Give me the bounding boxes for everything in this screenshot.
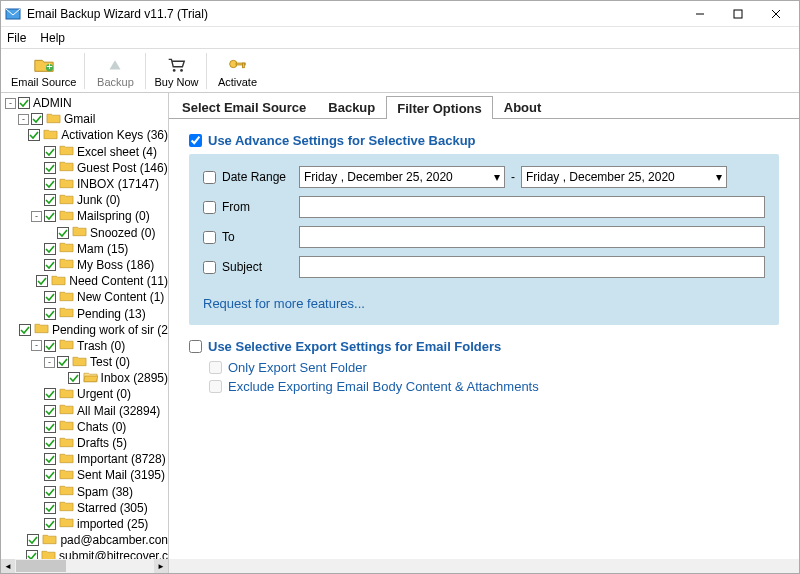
collapse-icon[interactable]: - xyxy=(44,357,55,368)
tree-checkbox[interactable] xyxy=(44,146,56,158)
tree-item[interactable]: pad@abcamber.con xyxy=(1,532,168,548)
collapse-icon[interactable]: - xyxy=(18,114,29,125)
tab-backup[interactable]: Backup xyxy=(317,95,386,118)
tree-item[interactable]: Snoozed (0) xyxy=(1,225,168,241)
exclude-body-label[interactable]: Exclude Exporting Email Body Content & A… xyxy=(228,379,539,394)
tree-checkbox[interactable] xyxy=(44,405,56,417)
tree-checkbox[interactable] xyxy=(44,259,56,271)
tree-item[interactable]: -ADMIN xyxy=(1,95,168,111)
scroll-left-button[interactable]: ◄ xyxy=(1,559,15,573)
tree-checkbox[interactable] xyxy=(68,372,80,384)
use-selective-export-checkbox[interactable] xyxy=(189,340,202,353)
tree-checkbox[interactable] xyxy=(44,340,56,352)
tab-filter-options[interactable]: Filter Options xyxy=(386,96,493,119)
use-advance-settings-label[interactable]: Use Advance Settings for Selective Backu… xyxy=(208,133,476,148)
date-to-picker[interactable]: Friday , December 25, 2020▾ xyxy=(521,166,727,188)
menu-help[interactable]: Help xyxy=(40,31,65,45)
subject-checkbox[interactable] xyxy=(203,261,216,274)
subject-input[interactable] xyxy=(299,256,765,278)
tree-checkbox[interactable] xyxy=(44,388,56,400)
backup-button[interactable]: Backup xyxy=(87,52,143,90)
tree-checkbox[interactable] xyxy=(44,308,56,320)
chevron-down-icon: ▾ xyxy=(494,170,500,184)
minimize-button[interactable] xyxy=(681,2,719,26)
tree-item[interactable]: -Gmail xyxy=(1,111,168,127)
tree-item[interactable]: Mam (15) xyxy=(1,241,168,257)
close-button[interactable] xyxy=(757,2,795,26)
tree-checkbox[interactable] xyxy=(19,324,31,336)
collapse-icon[interactable]: - xyxy=(31,211,42,222)
request-features-link[interactable]: Request for more features... xyxy=(203,296,365,311)
tree-checkbox[interactable] xyxy=(44,518,56,530)
tree-item[interactable]: Pending work of sir (2 xyxy=(1,322,168,338)
tree-item[interactable]: Guest Post (146) xyxy=(1,160,168,176)
tree-item[interactable]: Pending (13) xyxy=(1,305,168,321)
scroll-right-button[interactable]: ► xyxy=(154,559,168,573)
scroll-thumb[interactable] xyxy=(16,560,66,572)
tree-item[interactable]: Excel sheet (4) xyxy=(1,144,168,160)
tree-checkbox[interactable] xyxy=(44,162,56,174)
tree-item[interactable]: Important (8728) xyxy=(1,451,168,467)
tab-select-email-source[interactable]: Select Email Source xyxy=(171,95,317,118)
tree-checkbox[interactable] xyxy=(18,97,30,109)
tree-item[interactable]: My Boss (186) xyxy=(1,257,168,273)
tree-checkbox[interactable] xyxy=(44,178,56,190)
tree-checkbox[interactable] xyxy=(44,469,56,481)
only-export-sent-checkbox[interactable] xyxy=(209,361,222,374)
tree-item[interactable]: -Mailspring (0) xyxy=(1,208,168,224)
from-input[interactable] xyxy=(299,196,765,218)
date-range-checkbox[interactable] xyxy=(203,171,216,184)
tree-item[interactable]: Chats (0) xyxy=(1,419,168,435)
tree-checkbox[interactable] xyxy=(44,291,56,303)
tree-checkbox[interactable] xyxy=(31,113,43,125)
tree-checkbox[interactable] xyxy=(44,421,56,433)
use-selective-export-label[interactable]: Use Selective Export Settings for Email … xyxy=(208,339,501,354)
svg-point-7 xyxy=(173,69,176,72)
menu-file[interactable]: File xyxy=(7,31,26,45)
tree-checkbox[interactable] xyxy=(57,227,69,239)
tree-item[interactable]: Starred (305) xyxy=(1,500,168,516)
tree-checkbox[interactable] xyxy=(28,129,40,141)
to-checkbox[interactable] xyxy=(203,231,216,244)
tree-checkbox[interactable] xyxy=(44,437,56,449)
use-advance-settings-checkbox[interactable] xyxy=(189,134,202,147)
tree-item[interactable]: imported (25) xyxy=(1,516,168,532)
tree-item[interactable]: Need Content (11) xyxy=(1,273,168,289)
tree-item[interactable]: Urgent (0) xyxy=(1,386,168,402)
tree-checkbox[interactable] xyxy=(36,275,48,287)
tree-item[interactable]: Spam (38) xyxy=(1,484,168,500)
tab-about[interactable]: About xyxy=(493,95,553,118)
to-input[interactable] xyxy=(299,226,765,248)
tree-checkbox[interactable] xyxy=(44,194,56,206)
buy-now-button[interactable]: Buy Now xyxy=(148,52,204,90)
exclude-body-checkbox[interactable] xyxy=(209,380,222,393)
tree-item[interactable]: All Mail (32894) xyxy=(1,403,168,419)
tree-checkbox[interactable] xyxy=(44,486,56,498)
content-scrollbar[interactable] xyxy=(169,559,799,573)
tree-checkbox[interactable] xyxy=(44,453,56,465)
activate-button[interactable]: Activate xyxy=(209,52,265,90)
tree-checkbox[interactable] xyxy=(27,534,39,546)
tree-item[interactable]: -Trash (0) xyxy=(1,338,168,354)
folder-tree[interactable]: -ADMIN-GmailActivation Keys (36)Excel sh… xyxy=(1,95,168,573)
email-source-button[interactable]: + Email Source xyxy=(5,52,82,90)
tree-item[interactable]: INBOX (17147) xyxy=(1,176,168,192)
tree-checkbox[interactable] xyxy=(44,502,56,514)
date-from-picker[interactable]: Friday , December 25, 2020▾ xyxy=(299,166,505,188)
tree-item[interactable]: Inbox (2895) xyxy=(1,370,168,386)
tree-item[interactable]: New Content (1) xyxy=(1,289,168,305)
sidebar-scrollbar[interactable]: ◄ ► xyxy=(1,559,168,573)
tree-item[interactable]: Sent Mail (3195) xyxy=(1,467,168,483)
tree-item[interactable]: Activation Keys (36) xyxy=(1,127,168,143)
tree-checkbox[interactable] xyxy=(44,210,56,222)
collapse-icon[interactable]: - xyxy=(5,98,16,109)
tree-checkbox[interactable] xyxy=(57,356,69,368)
tree-checkbox[interactable] xyxy=(44,243,56,255)
tree-item[interactable]: -Test (0) xyxy=(1,354,168,370)
tree-item[interactable]: Junk (0) xyxy=(1,192,168,208)
maximize-button[interactable] xyxy=(719,2,757,26)
collapse-icon[interactable]: - xyxy=(31,340,42,351)
tree-item[interactable]: Drafts (5) xyxy=(1,435,168,451)
only-export-sent-label[interactable]: Only Export Sent Folder xyxy=(228,360,367,375)
from-checkbox[interactable] xyxy=(203,201,216,214)
